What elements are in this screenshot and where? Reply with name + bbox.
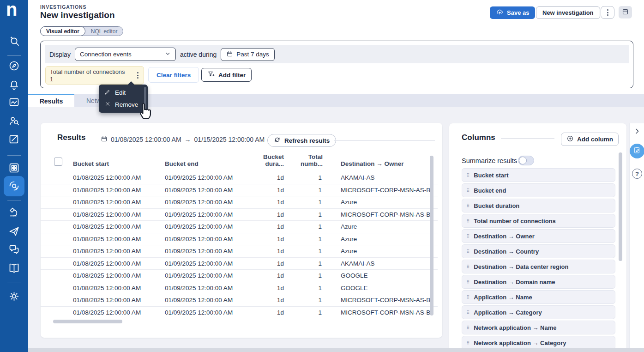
active-during-label: active during — [180, 51, 217, 58]
drag-handle-icon[interactable]: ⠿ — [466, 325, 469, 330]
new-investigation-button[interactable]: New investigation — [536, 6, 600, 19]
column-list-item[interactable]: ⠿ Bucket end — [462, 183, 615, 197]
column-list-item[interactable]: ⠿ Destination → Domain name — [462, 275, 615, 289]
event-type-select[interactable]: Connection events — [75, 48, 176, 61]
add-column-label: Add column — [577, 136, 613, 143]
bell-icon[interactable] — [8, 79, 20, 91]
divider — [501, 138, 554, 139]
microscope-icon[interactable] — [8, 206, 20, 218]
column-list-item[interactable]: ⠿ Total number of connections — [462, 214, 615, 228]
select-all-checkbox[interactable] — [54, 158, 62, 166]
menu-item-remove[interactable]: Remove — [99, 98, 148, 110]
filter-chip-menu-button[interactable] — [135, 71, 140, 79]
people-search-icon[interactable] — [8, 115, 20, 127]
column-list-item[interactable]: ⠿ Destination → Country — [462, 244, 615, 258]
drag-handle-icon[interactable]: ⠿ — [466, 203, 469, 208]
edit-columns-button[interactable] — [630, 144, 644, 158]
drag-handle-icon[interactable]: ⠿ — [466, 279, 469, 285]
cell-bucket-start: 01/08/2025 12:00:00 AM — [73, 223, 165, 230]
cell-destination-owner: AKAMAI-AS — [341, 260, 438, 267]
table-row[interactable]: 01/08/2025 12:00:00 AM 01/09/2025 12:00:… — [41, 307, 438, 319]
column-item-label: Network application → Category — [474, 340, 566, 346]
drag-handle-icon[interactable]: ⠿ — [466, 249, 469, 254]
window-horizontal-scrollbar[interactable] — [28, 348, 644, 352]
display-label: Display — [49, 51, 71, 58]
add-filter-button[interactable]: Add filter — [201, 68, 252, 82]
cell-bucket-start: 01/08/2025 12:00:00 AM — [73, 260, 165, 267]
table-row[interactable]: 01/08/2025 12:00:00 AM 01/09/2025 12:00:… — [41, 282, 438, 295]
header-more-button[interactable] — [601, 6, 614, 19]
drag-handle-icon[interactable]: ⠿ — [466, 218, 469, 224]
column-item-label: Bucket start — [474, 172, 508, 179]
cell-bucket-start: 01/08/2025 12:00:00 AM — [73, 187, 165, 194]
drag-handle-icon[interactable]: ⠿ — [466, 264, 469, 269]
drag-handle-icon[interactable]: ⠿ — [466, 295, 469, 300]
investigation-radar-icon[interactable] — [4, 176, 24, 196]
cell-destination-owner: MICROSOFT-CORP-MSN-AS-B — [341, 211, 438, 218]
grid-icon[interactable] — [8, 162, 20, 174]
drag-handle-icon[interactable]: ⠿ — [466, 310, 469, 315]
column-list-item[interactable]: ⠿ Destination → Owner — [462, 229, 615, 243]
table-row[interactable]: 01/08/2025 12:00:00 AM 01/09/2025 12:00:… — [41, 270, 438, 282]
column-list-item[interactable]: ⠿ Network application → Name — [462, 321, 615, 334]
drag-handle-icon[interactable]: ⠿ — [466, 188, 469, 193]
save-as-label: Save as — [507, 9, 529, 16]
book-icon[interactable] — [8, 262, 20, 274]
columns-scrollbar[interactable] — [619, 152, 622, 261]
tab-results[interactable]: Results — [28, 94, 74, 107]
menu-item-edit[interactable]: Edit — [99, 86, 148, 98]
chat-icon[interactable] — [8, 243, 20, 256]
drag-handle-icon[interactable]: ⠿ — [466, 340, 469, 346]
table-horizontal-scrollbar[interactable] — [53, 320, 122, 323]
col-header-destination-owner[interactable]: Destination → Owner — [341, 160, 404, 167]
save-as-button[interactable]: Save as — [490, 6, 535, 19]
table-row[interactable]: 01/08/2025 12:00:00 AM 01/09/2025 12:00:… — [41, 258, 438, 270]
drag-handle-icon[interactable]: ⠿ — [466, 234, 469, 239]
table-vertical-scrollbar[interactable] — [430, 156, 433, 316]
add-column-button[interactable]: Add column — [561, 133, 619, 146]
kebab-icon — [137, 72, 138, 79]
search-sparkle-icon[interactable] — [8, 35, 20, 47]
column-list-item[interactable]: ⠿ Bucket start — [462, 168, 615, 182]
col-header-bucket-end[interactable]: Bucket end — [165, 160, 199, 167]
col-header-bucket-duration[interactable]: Bucket dura... — [248, 153, 284, 167]
refresh-results-button[interactable]: Refresh results — [267, 134, 336, 147]
table-row[interactable]: 01/08/2025 12:00:00 AM 01/09/2025 12:00:… — [41, 184, 438, 197]
tab-visual-editor[interactable]: Visual editor — [40, 26, 85, 36]
table-row[interactable]: 01/08/2025 12:00:00 AM 01/09/2025 12:00:… — [41, 294, 438, 307]
clear-filters-button[interactable]: Clear filters — [148, 67, 199, 83]
tab-nql-editor[interactable]: NQL editor — [85, 27, 123, 36]
table-row[interactable]: 01/08/2025 12:00:00 AM 01/09/2025 12:00:… — [41, 233, 438, 246]
summarize-results-toggle[interactable] — [518, 156, 534, 165]
table-row[interactable]: 01/08/2025 12:00:00 AM 01/09/2025 12:00:… — [41, 221, 438, 233]
collapse-panel-button[interactable] — [633, 127, 641, 135]
layout-panel-button[interactable] — [619, 6, 632, 18]
column-list-item[interactable]: ⠿ Bucket duration — [462, 199, 615, 212]
chart-monitor-icon[interactable] — [8, 96, 20, 109]
x-icon — [104, 101, 111, 109]
time-range-button[interactable]: Past 7 days — [221, 48, 275, 61]
cell-bucket-start: 01/08/2025 12:00:00 AM — [73, 211, 165, 218]
cell-total-number: 1 — [284, 297, 322, 303]
cell-destination-owner: AKAMAI-AS — [341, 174, 438, 181]
paper-plane-icon[interactable] — [8, 225, 20, 237]
col-header-total-number[interactable]: Total numb... — [285, 153, 323, 167]
cell-total-number: 1 — [284, 272, 322, 279]
drag-handle-icon[interactable]: ⠿ — [466, 173, 469, 178]
column-list-item[interactable]: ⠿ Application → Name — [462, 290, 615, 304]
help-button[interactable]: ? — [632, 169, 642, 179]
table-row[interactable]: 01/08/2025 12:00:00 AM 01/09/2025 12:00:… — [41, 245, 438, 258]
table-row[interactable]: 01/08/2025 12:00:00 AM 01/09/2025 12:00:… — [41, 196, 438, 209]
table-row[interactable]: 01/08/2025 12:00:00 AM 01/09/2025 12:00:… — [41, 209, 438, 221]
col-header-bucket-start[interactable]: Bucket start — [73, 160, 109, 167]
question-icon: ? — [635, 170, 639, 177]
gear-icon[interactable] — [8, 290, 20, 303]
compose-icon[interactable] — [8, 133, 20, 146]
column-list-item[interactable]: ⠿ Application → Category — [462, 305, 615, 319]
cell-bucket-end: 01/09/2025 12:00:00 AM — [165, 236, 248, 243]
compass-icon[interactable] — [8, 60, 20, 72]
brand-logo[interactable]: n — [6, 0, 17, 20]
table-row[interactable]: 01/08/2025 12:00:00 AM 01/09/2025 12:00:… — [41, 172, 438, 184]
menu-scrollbar[interactable] — [144, 87, 146, 109]
column-list-item[interactable]: ⠿ Destination → Data center region — [462, 260, 615, 273]
